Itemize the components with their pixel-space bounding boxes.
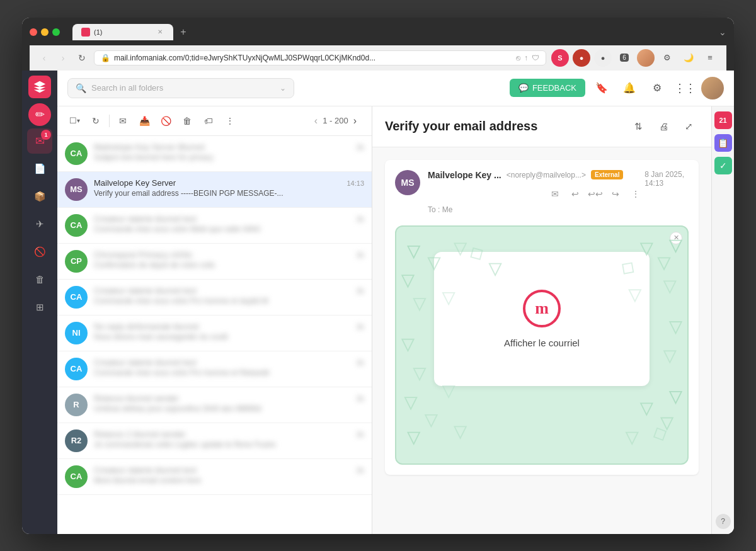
- list-item[interactable]: MS Mailvelope Key Server 14:13 Verify yo…: [57, 172, 372, 208]
- reply-button[interactable]: ↩: [566, 185, 584, 203]
- sidebar-item-archive[interactable]: 📦: [27, 184, 52, 209]
- settings-icon[interactable]: ⚙: [658, 49, 676, 67]
- search-input[interactable]: Search in all folders: [91, 83, 275, 93]
- list-item[interactable]: NI No reply dinfomaniak blurred 3h Nous …: [57, 315, 372, 351]
- browser-chrome: (1) ✕ + ⌄ ‹ › ↻ 🔒 mail.infomaniak.com/0;…: [22, 18, 734, 71]
- spam-button[interactable]: 🚫: [156, 111, 175, 130]
- sidebar-item-trash[interactable]: 🗑: [27, 267, 52, 292]
- list-item[interactable]: CA Createur dalerte blurred text 3h More…: [57, 459, 372, 495]
- email-content: Relance 2 blurred sender 3h Je commander…: [94, 429, 364, 449]
- ext-gray-button[interactable]: ●: [594, 49, 612, 67]
- svg-marker-19: [641, 403, 652, 414]
- more-button[interactable]: ⋮: [220, 111, 239, 130]
- night-mode-icon[interactable]: 🌙: [680, 49, 697, 67]
- minimize-button[interactable]: [41, 28, 49, 36]
- forward-button[interactable]: ›: [56, 51, 70, 65]
- active-tab[interactable]: (1) ✕: [72, 24, 173, 40]
- bookmark-button[interactable]: 🔖: [590, 77, 613, 99]
- list-item[interactable]: CA Createur dalerte blurred text 3h Comm…: [57, 351, 372, 387]
- more-actions-button[interactable]: ⋮: [627, 185, 644, 203]
- right-sidebar-calendar[interactable]: 21: [714, 111, 732, 129]
- right-sidebar: 21 📋 ✓ ?: [711, 106, 734, 534]
- to-label: To :: [428, 205, 440, 214]
- new-tab-button[interactable]: +: [176, 25, 191, 40]
- list-item[interactable]: R Relance blurred sender 3h Umbras defea…: [57, 387, 372, 423]
- back-button[interactable]: ‹: [37, 51, 51, 65]
- list-item[interactable]: CA Createur dalerte blurred text 3h Comm…: [57, 208, 372, 244]
- email-subject: Verify your email address -----BEGIN PGP…: [94, 189, 364, 198]
- reply-icon: ↩: [571, 189, 579, 199]
- sender-avatar: CA: [65, 214, 88, 237]
- sort-button[interactable]: ⇅: [628, 116, 648, 137]
- apps-button[interactable]: ⋮⋮: [673, 77, 696, 99]
- ext-badge-button[interactable]: 6: [616, 49, 633, 67]
- ext-avatar-button[interactable]: [637, 49, 655, 67]
- svg-marker-24: [670, 322, 681, 333]
- menu-icon[interactable]: ≡: [701, 49, 719, 67]
- pgp-inner-content[interactable]: m Afficher le courriel: [434, 252, 650, 386]
- search-dropdown-icon[interactable]: ⌄: [280, 84, 286, 93]
- pagination-text: 1 - 200: [323, 116, 348, 125]
- prev-page-button[interactable]: ‹: [312, 115, 320, 127]
- reload-button[interactable]: ↻: [75, 51, 89, 65]
- email-content: Createur dalerte blurred text 3h Command…: [94, 358, 364, 377]
- select-all-button[interactable]: ☐▾: [65, 111, 84, 130]
- search-box[interactable]: 🔍 Search in all folders ⌄: [67, 78, 294, 98]
- list-item[interactable]: CA Createur dalerte blurred text 3h Comm…: [57, 280, 372, 315]
- grid-icon: ⋮⋮: [674, 81, 696, 95]
- refresh-button[interactable]: ↻: [86, 111, 105, 130]
- label-button[interactable]: 🏷: [199, 111, 218, 130]
- delete-button[interactable]: 🗑: [178, 111, 197, 130]
- sidebar-item-inbox[interactable]: ✉ 1: [27, 128, 52, 154]
- sidebar-item-folders[interactable]: ⊞: [27, 295, 52, 320]
- tabs-chevron-icon[interactable]: ⌄: [719, 27, 726, 37]
- url-bar[interactable]: 🔒 mail.infomaniak.com/0;tid=eJwryShKTUyx…: [94, 50, 546, 65]
- app-logo[interactable]: [28, 76, 51, 98]
- share-icon[interactable]: ↑: [524, 54, 528, 62]
- sender-name: Chronepost Primacy chOto: [94, 250, 352, 259]
- right-sidebar-tasks[interactable]: ✓: [714, 157, 732, 174]
- help-button[interactable]: ?: [716, 514, 731, 529]
- message-card: MS Mailvelope Key ... <noreply@mailvelop…: [385, 160, 699, 475]
- email-content: No reply dinfomaniak blurred 3h Nous dis…: [94, 322, 364, 341]
- settings-button[interactable]: ⚙: [646, 77, 668, 99]
- next-page-button[interactable]: ›: [351, 115, 359, 127]
- maximize-button[interactable]: [52, 28, 60, 36]
- ext-red-button[interactable]: ●: [573, 49, 590, 67]
- email-content: Mailvelope Key Server Blurred 3h Subject…: [94, 142, 364, 162]
- message-to: To : Me: [428, 205, 689, 214]
- print-button[interactable]: 🖨: [653, 116, 673, 137]
- sidebar-item-sent[interactable]: ✈: [27, 212, 52, 237]
- read-button[interactable]: ✉: [113, 111, 132, 130]
- notification-button[interactable]: 🔔: [618, 77, 641, 99]
- sender-name: Createur dalerte blurred text: [94, 358, 352, 367]
- archive-button[interactable]: 📥: [135, 111, 154, 130]
- sidebar-item-drafts[interactable]: 📄: [27, 156, 52, 181]
- pgp-close-button[interactable]: ✕: [670, 232, 682, 244]
- close-button[interactable]: [30, 28, 37, 36]
- forward-to-button[interactable]: ✉: [546, 185, 564, 203]
- toolbar-divider: [109, 115, 110, 127]
- sidebar-item-spam[interactable]: 🚫: [27, 239, 52, 264]
- list-item[interactable]: R2 Relance 2 blurred sender 3h Je comman…: [57, 423, 372, 459]
- shield-icon[interactable]: 🛡: [532, 54, 539, 62]
- forward-button[interactable]: ↪: [607, 185, 624, 203]
- avatar[interactable]: [701, 77, 724, 99]
- compose-button[interactable]: ✏: [28, 103, 51, 126]
- right-sidebar-notes[interactable]: 📋: [714, 134, 732, 152]
- ext-s-button[interactable]: S: [551, 49, 569, 67]
- more-icon: ⋮: [631, 189, 640, 199]
- external-window-button[interactable]: ⤢: [679, 116, 699, 137]
- sender-avatar: CP: [65, 250, 88, 273]
- tab-close-button[interactable]: ✕: [156, 28, 164, 37]
- read-icon: ✉: [119, 116, 127, 126]
- external-link-icon[interactable]: ⎋: [516, 54, 520, 62]
- svg-marker-20: [661, 418, 672, 429]
- reply-all-button[interactable]: ↩↩: [587, 185, 604, 203]
- address-bar: ‹ › ↻ 🔒 mail.infomaniak.com/0;tid=eJwryS…: [30, 45, 726, 71]
- list-item[interactable]: CP Chronepost Primacy chOto 3h Confirmat…: [57, 244, 372, 280]
- feedback-button[interactable]: 💬 FEEDBACK: [510, 79, 585, 97]
- list-item[interactable]: CA Mailvelope Key Server Blurred 3h Subj…: [57, 136, 372, 172]
- checkbox-icon: ☐: [69, 116, 77, 125]
- avatar-image: [701, 77, 724, 99]
